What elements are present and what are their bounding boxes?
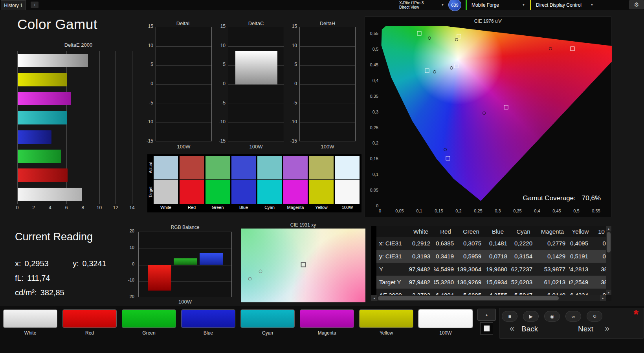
refresh-icon: ↻ (593, 314, 596, 319)
swatch-target (154, 180, 178, 204)
swatch-label: Red (180, 205, 204, 210)
meter-dropdown[interactable]: X-Rite i1Pro 3 Direct View ▼ (398, 0, 446, 10)
table-cell: 139,3064 (457, 263, 485, 276)
table-cell: 0,6385 (434, 237, 457, 250)
measured-marker (428, 37, 431, 40)
table-header-row: WhiteRedGreenBlueCyanMagentaYellow10 (376, 226, 606, 237)
settings-button[interactable]: ⚙ (629, 0, 644, 9)
scroll-down-button[interactable]: ▼ (606, 290, 611, 295)
table-row[interactable]: Y197,948234,5499139,306419,9680162,72375… (376, 263, 606, 276)
table-cell: 182,2549 (569, 276, 592, 289)
table-header-cell: Cyan (511, 226, 536, 237)
pattern-button-red[interactable] (62, 309, 117, 328)
table-cell: 162,7237 (511, 263, 536, 276)
swatch-target (309, 180, 334, 204)
deltae-bar-white-100 (18, 188, 82, 201)
reading-x-value: 0,2953 (25, 259, 49, 268)
swatch-target (231, 180, 256, 204)
pattern-button-green[interactable] (122, 309, 176, 328)
table-cell: 0,3193 (408, 250, 434, 263)
chevron-down-icon: ▼ (591, 4, 593, 6)
deltae-bar-cyan (18, 111, 67, 124)
pattern-button-yellow[interactable] (359, 309, 413, 328)
deltae-xaxis: 02468101214 (17, 205, 151, 211)
pattern-button-blue[interactable] (181, 309, 235, 328)
delta-chart-xlabel: 100W (156, 144, 212, 150)
swatch-column-blue: Blue (231, 154, 256, 212)
table-row[interactable]: Target Y197,948245,3280136,926915,693415… (376, 276, 606, 289)
table-cell: 0, (592, 250, 606, 263)
tab-history-1[interactable]: History 1 (1, 0, 26, 10)
refresh-button[interactable]: ↻ (587, 311, 602, 322)
table-cell: 0, (592, 289, 606, 295)
table-cell: 0,1429 (536, 250, 569, 263)
record-button[interactable]: ◉ (544, 311, 560, 322)
pattern-button-white[interactable] (3, 309, 57, 328)
source-dropdown[interactable]: Mobile Forge ▼ (469, 0, 527, 10)
table-hscrollbar[interactable]: ◄ ► (371, 295, 606, 301)
vscroll-thumb[interactable] (607, 232, 611, 252)
record-icon: ◉ (550, 314, 554, 319)
play-button[interactable]: ▶ (523, 311, 539, 322)
table-row[interactable]: ΔE 20002,37936,48045,68954,35555,59476,0… (376, 289, 606, 295)
pattern-button-magenta[interactable] (300, 309, 354, 328)
table-cell: 5,5947 (511, 289, 536, 295)
pattern-window-button[interactable] (480, 322, 493, 335)
reading-y-value: 0,3241 (83, 259, 106, 268)
deltae-bar-blue (18, 130, 51, 144)
table-cell: 0,4095 (569, 237, 592, 250)
table-cell: 19,9680 (485, 263, 511, 276)
next-chevrons-icon[interactable]: » (605, 324, 609, 334)
table-row-label: Target Y (376, 276, 408, 289)
delta-chart-deltal: DeltaL151050-5-10-15100W (140, 20, 212, 154)
target-marker (301, 262, 306, 267)
table-cell: 0,0718 (485, 250, 511, 263)
table-cell: 136,9269 (457, 276, 485, 289)
display-control-dropdown[interactable]: Direct Display Control ▼ (534, 0, 596, 10)
meter-name-label: X-Rite i1Pro 3 (399, 1, 438, 5)
table-vscrollbar[interactable]: ▲ ▼ (606, 226, 611, 295)
deltae-bar-red (18, 168, 68, 182)
swatch-column-red: Red (180, 154, 204, 212)
scroll-left-button[interactable]: ◄ (371, 295, 377, 301)
source-label: Mobile Forge (472, 2, 499, 8)
back-button[interactable]: Back (521, 325, 538, 333)
pattern-button-100w[interactable] (418, 309, 473, 328)
display-accent-bar (530, 0, 531, 10)
pattern-scroll-up-button[interactable]: ▲ (477, 309, 496, 321)
delta-chart-title: DeltaC (228, 20, 284, 26)
add-tab-button[interactable]: + (31, 2, 39, 8)
gamut-coverage: Gamut Coverage:70,6% (523, 194, 601, 202)
delta-chart-title: DeltaH (299, 20, 356, 26)
current-reading-title: Current Reading (15, 231, 93, 243)
rgb-bar-green (174, 258, 197, 265)
cie1931-plot (241, 229, 365, 302)
swatch-actual (154, 156, 178, 179)
reading-x-label: x: (15, 259, 21, 268)
table-cell: 0, (592, 237, 606, 250)
back-chevrons-icon[interactable]: « (510, 324, 514, 334)
pattern-button-label: Cyan (240, 330, 295, 336)
pattern-button-label: Red (62, 330, 117, 336)
pattern-button-cyan[interactable] (240, 309, 295, 328)
table-cell: 4,3555 (485, 289, 511, 295)
link-button[interactable]: ∞ (565, 311, 581, 322)
table-cell: 0,3154 (511, 250, 536, 263)
table-cell: 0,2220 (511, 237, 536, 250)
swatch-column-cyan: Cyan (257, 154, 282, 212)
swatch-column-white: White (154, 154, 178, 212)
next-button[interactable]: Next (578, 325, 593, 333)
hscroll-thumb[interactable] (378, 296, 559, 300)
swatch-label: Magenta (283, 205, 308, 210)
measured-marker (248, 277, 252, 280)
table-row[interactable]: x: CIE310,29120,63850,30750,14810,22200,… (376, 237, 606, 250)
stop-button[interactable]: ■ (502, 311, 517, 322)
swatch-actual (180, 156, 204, 179)
table-header-cell: Magenta (536, 226, 569, 237)
table-row[interactable]: y: CIE310,31930,34190,59590,07180,31540,… (376, 250, 606, 263)
scroll-right-button[interactable]: ► (600, 295, 606, 301)
transport-panel: ■▶◉∞↻ « Back Next » (499, 308, 644, 339)
rgb-balance-title: RGB Balance (138, 225, 232, 230)
measurement-count-badge: 639 (448, 0, 461, 11)
scroll-up-button[interactable]: ▲ (606, 226, 611, 231)
